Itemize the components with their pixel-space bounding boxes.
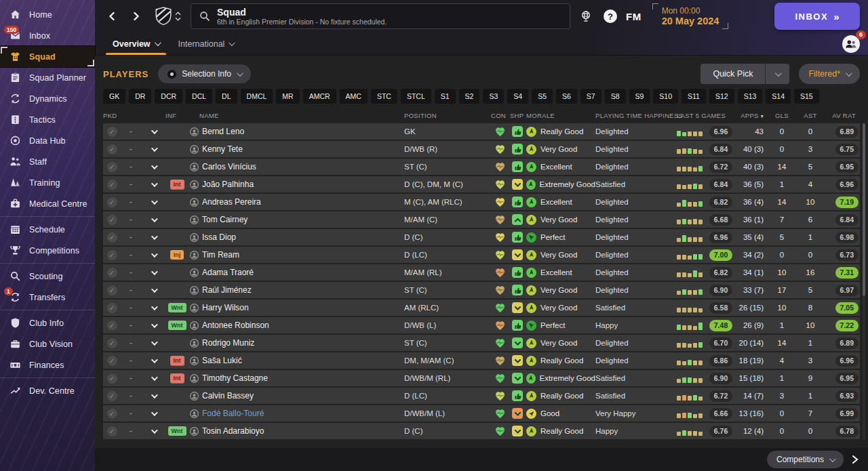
selection-info-dropdown[interactable]: Selection Info — [158, 64, 251, 83]
forward-button[interactable] — [127, 7, 145, 25]
picked-checkbox[interactable]: ✓ — [103, 127, 121, 137]
competitions-dropdown[interactable]: Competitions — [767, 451, 844, 468]
position-filter-s8[interactable]: S8 — [605, 89, 626, 104]
column-position[interactable]: POSITION — [404, 112, 491, 119]
sidebar-item-schedule[interactable]: Schedule — [0, 219, 95, 240]
tab-overview[interactable]: Overview — [103, 33, 169, 55]
row-expand-dropdown[interactable] — [141, 253, 165, 258]
picked-checkbox[interactable]: ✓ — [103, 232, 121, 243]
row-expand-dropdown[interactable] — [141, 270, 165, 275]
position-filter-dl[interactable]: DL — [216, 89, 237, 104]
player-name[interactable]: Fodé Ballo-Touré — [199, 409, 404, 418]
player-profile-icon[interactable] — [189, 321, 199, 330]
sidebar-item-medical-centre[interactable]: Medical Centre — [0, 193, 95, 214]
table-row[interactable]: ✓-Calvin BasseyD (LC)Really GoodSatisfie… — [103, 388, 860, 404]
picked-checkbox[interactable]: ✓ — [103, 180, 121, 190]
player-name[interactable]: Tom Cairney — [199, 215, 404, 224]
position-filter-s10[interactable]: S10 — [653, 89, 678, 104]
sidebar-item-dev-centre[interactable]: Dev. Centre — [0, 380, 95, 401]
position-filter-dmcl[interactable]: DMCL — [241, 89, 273, 104]
sidebar-item-club-info[interactable]: Club Info — [0, 312, 95, 333]
back-button[interactable] — [103, 7, 121, 25]
table-row[interactable]: ✓-Kenny TeteD/WB (R)Very GoodDelighted6.… — [103, 141, 860, 157]
row-expand-dropdown[interactable] — [141, 341, 165, 346]
sidebar-item-club-vision[interactable]: Club Vision — [0, 333, 95, 354]
column-avrat[interactable]: AV RAT — [825, 112, 860, 119]
sidebar-item-finances[interactable]: Finances — [0, 354, 95, 375]
row-expand-dropdown[interactable] — [141, 376, 165, 381]
row-expand-dropdown[interactable] — [141, 182, 165, 187]
position-filter-s13[interactable]: S13 — [738, 89, 763, 104]
table-row[interactable]: ✓-Raúl JiménezST (C)Very GoodDelighted6.… — [103, 282, 860, 298]
sidebar-item-home[interactable]: Home — [0, 4, 95, 25]
next-panel-button[interactable] — [852, 455, 859, 464]
player-name[interactable]: Tosin Adarabioyo — [199, 426, 404, 436]
help-icon[interactable]: ? — [601, 7, 619, 25]
tab-international[interactable]: International — [169, 33, 243, 55]
fm-logo[interactable]: FM — [626, 11, 642, 22]
player-profile-icon[interactable] — [189, 374, 199, 383]
column-morale[interactable]: MORALE — [526, 112, 595, 119]
column-name[interactable]: NAME — [199, 112, 404, 119]
position-filter-s2[interactable]: S2 — [459, 89, 480, 104]
position-filter-stc[interactable]: STC — [371, 89, 397, 104]
player-profile-icon[interactable] — [189, 339, 199, 348]
picked-checkbox[interactable]: ✓ — [103, 391, 121, 401]
player-profile-icon[interactable] — [189, 127, 199, 136]
sidebar-item-squad-planner[interactable]: Squad Planner — [0, 67, 95, 88]
row-expand-dropdown[interactable] — [141, 288, 165, 293]
picked-checkbox[interactable]: ✓ — [103, 356, 121, 366]
player-profile-icon[interactable] — [189, 163, 199, 171]
position-filter-s6[interactable]: S6 — [556, 89, 577, 104]
player-name[interactable]: Tim Ream — [199, 250, 404, 260]
club-crest-selector[interactable] — [155, 7, 181, 26]
picked-checkbox[interactable]: ✓ — [103, 144, 121, 155]
player-profile-icon[interactable] — [189, 251, 199, 260]
sidebar-item-competitions[interactable]: Competitions — [0, 240, 95, 261]
picked-checkbox[interactable]: ✓ — [103, 197, 121, 207]
position-filter-dcl[interactable]: DCL — [186, 89, 212, 104]
sidebar-item-data-hub[interactable]: Data Hub — [0, 130, 95, 151]
player-profile-icon[interactable] — [189, 180, 199, 189]
player-name[interactable]: Calvin Bassey — [199, 391, 404, 401]
player-name[interactable]: Adama Traoré — [199, 268, 404, 277]
sidebar-item-transfers[interactable]: 1Transfers — [0, 287, 95, 308]
picked-checkbox[interactable]: ✓ — [103, 162, 121, 172]
position-filter-s9[interactable]: S9 — [629, 89, 650, 104]
quick-pick-button[interactable]: Quick Pick — [701, 64, 789, 84]
player-name[interactable]: Andreas Pereira — [199, 197, 404, 207]
column-con-shp[interactable]: CON SHP — [491, 112, 526, 119]
table-row[interactable]: ✓-IntTimothy CastagneD/WB/M (RL)Extremel… — [103, 370, 860, 386]
player-profile-icon[interactable] — [189, 198, 199, 207]
player-profile-icon[interactable] — [189, 304, 199, 312]
row-expand-dropdown[interactable] — [141, 306, 165, 310]
position-filter-amcr[interactable]: AMCR — [303, 89, 336, 104]
picked-checkbox[interactable]: ✓ — [103, 268, 121, 278]
position-filter-s12[interactable]: S12 — [709, 89, 734, 104]
table-row[interactable]: ✓-WntHarry WilsonAM (RLC)Very GoodSatisf… — [103, 300, 860, 316]
sidebar-item-training[interactable]: Training — [0, 172, 95, 193]
row-expand-dropdown[interactable] — [141, 394, 165, 398]
sidebar-item-scouting[interactable]: Scouting — [0, 266, 95, 287]
position-filter-stcl[interactable]: STCL — [401, 89, 431, 104]
player-name[interactable]: Harry Wilson — [199, 303, 404, 312]
player-name[interactable]: Issa Diop — [199, 232, 404, 242]
player-profile-icon[interactable] — [189, 145, 199, 154]
picked-checkbox[interactable]: ✓ — [103, 215, 121, 225]
row-expand-dropdown[interactable] — [141, 129, 165, 134]
column-last5[interactable]: LAST 5 GAMES — [677, 112, 736, 119]
player-name[interactable]: Kenny Tete — [199, 144, 404, 154]
picked-checkbox[interactable]: ✓ — [103, 409, 121, 419]
row-expand-dropdown[interactable] — [141, 165, 165, 169]
row-expand-dropdown[interactable] — [141, 200, 165, 205]
player-name[interactable]: Saša Lukić — [199, 356, 404, 365]
social-avatar[interactable]: 6 — [842, 35, 860, 53]
table-row[interactable]: ✓-Rodrigo MunizST (C)Very GoodDelighted6… — [103, 335, 860, 351]
position-filter-s11[interactable]: S11 — [682, 89, 706, 104]
player-profile-icon[interactable] — [189, 409, 199, 418]
table-row[interactable]: ✓-Adama TraoréM/AM (RL)ExcellentDelighte… — [103, 264, 860, 281]
column-inf[interactable]: INF — [165, 112, 199, 119]
row-expand-dropdown[interactable] — [141, 323, 165, 328]
player-profile-icon[interactable] — [189, 392, 199, 401]
picked-checkbox[interactable]: ✓ — [103, 303, 121, 313]
